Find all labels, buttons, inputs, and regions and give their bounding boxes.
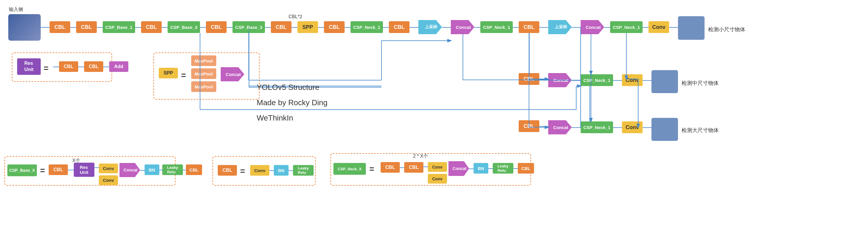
main-cbl-2: CBL [76,21,97,33]
spp-equals: = [181,71,186,80]
main-csp-base-1: CSP_Base_1 [103,21,135,33]
csp-base-x-conv-bot: Conv [99,175,118,185]
csp-neck-x-block: CSP_Neck_X [333,163,366,175]
arrow-3 [97,27,103,28]
main-cbl-4: CBL [206,21,226,33]
cspnx-arrow2 [423,167,428,167]
arrow-large-4 [643,127,651,128]
csp-base-x-bn: BN [145,165,159,175]
res-cbl-1: CBL [59,61,78,72]
csp-base-x-equals: = [40,166,45,175]
main-csp-base-3: CSP_Base_3 [167,21,200,33]
maxpool-3: MaxPool [191,81,216,92]
arrow-med-4 [643,80,651,81]
cspnx-arrow1 [400,167,404,168]
arrow-20 [643,27,649,28]
res-unit-block: ResUnit [17,58,41,75]
large-conv: Conv [622,121,643,133]
csp-neck-x-conv-top: Conv [428,162,447,172]
cspx-arrow5 [183,170,186,170]
arrow-large-3 [613,127,622,128]
top-conv: Conv [649,21,669,33]
arrow-6 [200,27,206,28]
top-csp-neck-1: CSP_Neck_1 [610,21,643,33]
cspx-arrow1 [68,170,74,170]
cspnx-arrow4 [488,168,493,169]
csp-neck-x-conv-bot: Conv [428,174,447,184]
arrow-2 [70,27,76,28]
cbl-bn: BN [274,165,288,176]
cspnx-arrow5 [514,168,518,169]
csp-base-x-res: ResUnit [74,163,94,177]
spp-block-legend: SPP [159,68,178,78]
detect-medium-label: 检测中尺寸物体 [682,79,719,86]
arrow-1 [41,27,50,28]
cbl-legend-block: CBL [218,165,237,176]
cspnx-arrow3 [469,169,473,169]
output-medium [651,70,678,93]
arrow-med-3 [613,80,622,81]
arrow-21 [669,27,678,28]
res-unit-equals: = [44,64,49,73]
med-conv: Conv [622,74,643,86]
csp-neck-x-cbl2: CBL [404,162,423,173]
input-side-label: 输入侧 [9,6,23,13]
cbl-x2-label: CBL*2 [288,14,302,20]
cbl-arrow1 [269,170,274,171]
detect-large-label: 检测大尺寸物体 [682,127,719,134]
csp-base-x-leaky: LeakyRelu [162,165,183,175]
cspx-arrow3 [140,170,145,171]
input-block [8,14,41,41]
csp-neck-x-cbl1: CBL [381,162,400,173]
cbl-conv: Conv [250,165,269,176]
csp-base-x-conv-top: Conv [99,164,118,173]
cbl-leaky: LeakyRelu [293,165,314,176]
main-cbl-3: CBL [141,21,162,33]
arrow-4 [135,27,141,28]
two-x-label: 2 * X个 [413,153,428,160]
diagram-container: 输入侧 CBL CBL CSP_Base_1 CBL CSP_Base_3 CB… [0,0,868,244]
res-add-arrow [103,67,109,67]
detect-small-label: 检测小尺寸物体 [708,26,745,33]
csp-base-x-block: CSP_Base_X [7,165,37,176]
author-line: Made by Rocky Ding [257,95,328,110]
csp-neck-x-leaky: LeakyRelu [493,163,514,174]
main-cbl-1: CBL [50,21,70,33]
csp-neck-x-bn: BN [473,163,488,174]
output-large [651,118,678,141]
yolov5-structure-title: YOLOv5 Structure [257,79,328,95]
cspx-arrow4 [159,170,162,170]
output-small [678,16,705,40]
csp-base-x-cbl: CBL [49,165,68,175]
cbl-arrow2 [288,170,293,171]
arrow-5 [162,27,167,28]
cspx-arrow2 [94,167,99,168]
res-cbl-2: CBL [84,61,103,72]
res-cbl1-arrow [53,67,59,67]
csp-base-x-cbl-end: CBL [186,165,202,175]
cbl-legend-equals: = [240,167,245,176]
arrow-7 [226,27,232,28]
res-cbl2-arrow [78,67,84,67]
res-add: Add [109,61,128,72]
org-line: WeThinkIn [257,110,328,126]
csp-neck-x-cbl-end: CBL [518,163,534,174]
maxpool-1: MaxPool [191,56,216,66]
maxpool-2: MaxPool [191,68,216,79]
csp-neck-x-equals: = [369,165,374,174]
info-text: YOLOv5 Structure Made by Rocky Ding WeTh… [257,79,328,126]
